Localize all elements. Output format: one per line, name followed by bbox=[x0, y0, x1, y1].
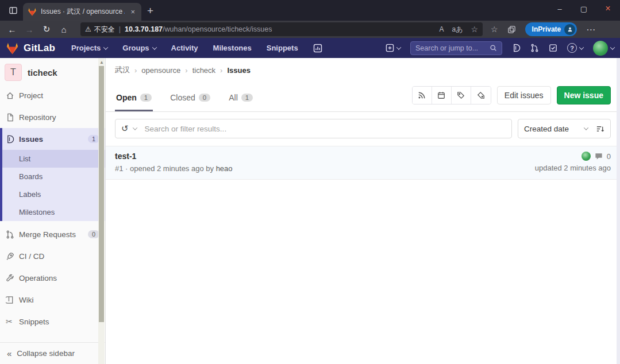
issue-author-link[interactable]: heao bbox=[216, 164, 233, 173]
inprivate-badge[interactable]: InPrivate bbox=[525, 22, 577, 36]
address-bar[interactable]: ⚠ 不安全 | 10.3.70.187/wuhan/opensource/tic… bbox=[80, 22, 483, 36]
calendar-button[interactable] bbox=[432, 87, 452, 104]
user-menu[interactable] bbox=[593, 41, 614, 56]
breadcrumb-project[interactable]: ticheck bbox=[192, 66, 215, 75]
sidebar-item-issues[interactable]: Issues 1 bbox=[2, 128, 105, 150]
sidebar-subitem-list[interactable]: List bbox=[2, 150, 105, 168]
favorites-icon[interactable]: ☆ bbox=[491, 25, 498, 34]
minimize-button[interactable]: – bbox=[548, 0, 572, 17]
sidebar-item-snippets[interactable]: ✂ Snippets bbox=[0, 311, 105, 332]
sidebar-item-repository[interactable]: Repository bbox=[0, 106, 105, 128]
sort-dropdown[interactable]: Created date bbox=[518, 119, 611, 138]
sort-direction-button[interactable] bbox=[596, 125, 604, 133]
tab-all[interactable]: All 1 bbox=[228, 85, 254, 111]
menu-groups[interactable]: Groups bbox=[122, 44, 156, 52]
maximize-button[interactable]: ▢ bbox=[572, 0, 596, 17]
sidebar-subitem-labels[interactable]: Labels bbox=[2, 185, 105, 203]
merge-requests-icon bbox=[6, 230, 14, 239]
global-search[interactable] bbox=[410, 41, 502, 55]
merge-requests-icon[interactable] bbox=[530, 44, 539, 52]
filter-search-box[interactable]: ↺ bbox=[115, 119, 512, 138]
sidebar-item-merge-requests[interactable]: Merge Requests 0 bbox=[0, 223, 105, 245]
sidebar-item-operations[interactable]: Operations bbox=[0, 267, 105, 289]
refresh-icon[interactable]: ↻ bbox=[38, 24, 55, 34]
more-menu-icon[interactable]: ⋯ bbox=[586, 24, 595, 35]
close-button[interactable]: × bbox=[596, 0, 620, 17]
tab-close-icon[interactable]: × bbox=[129, 7, 137, 16]
chevron-down-icon bbox=[396, 45, 401, 49]
read-aloud-icon[interactable]: A bbox=[439, 25, 444, 33]
back-icon[interactable]: ← bbox=[3, 25, 21, 34]
breadcrumb-subgroup[interactable]: opensource bbox=[141, 66, 180, 75]
rss-button[interactable] bbox=[413, 87, 432, 104]
breadcrumb-current: Issues bbox=[227, 66, 250, 75]
label-up-icon bbox=[477, 91, 485, 99]
charts-icon[interactable] bbox=[313, 44, 322, 53]
translate-icon[interactable]: aあ bbox=[452, 25, 463, 34]
todos-icon[interactable] bbox=[549, 44, 557, 52]
profile-avatar bbox=[564, 24, 575, 35]
tab-open[interactable]: Open 1 bbox=[115, 85, 153, 111]
comments-icon bbox=[595, 153, 603, 160]
comment-count: 0 bbox=[607, 152, 611, 161]
add-favorite-icon[interactable]: ☆ bbox=[471, 25, 478, 34]
rss-icon bbox=[418, 91, 426, 99]
label-up-button[interactable] bbox=[471, 87, 491, 104]
menu-projects[interactable]: Projects bbox=[71, 44, 107, 52]
sidebar-item-project[interactable]: Project bbox=[0, 84, 105, 106]
address-bar-actions: A aあ ☆ bbox=[439, 25, 478, 34]
sidebar-issues-section: Issues 1 List Boards Labels Milestones bbox=[0, 128, 105, 221]
toolbar-right: ☆ InPrivate ⋯ bbox=[491, 22, 595, 36]
sidebar-item-cicd[interactable]: CI / CD bbox=[0, 245, 105, 267]
search-input[interactable] bbox=[415, 44, 486, 52]
label-icon bbox=[457, 91, 465, 99]
browser-toolbar: ← → ↻ ⌂ ⚠ 不安全 | 10.3.70.187/wuhan/openso… bbox=[0, 21, 620, 38]
forward-icon[interactable]: → bbox=[21, 25, 38, 34]
new-tab-button[interactable]: + bbox=[147, 5, 153, 17]
issue-updated: updated 2 minutes ago bbox=[535, 164, 611, 172]
home-icon[interactable]: ⌂ bbox=[55, 25, 72, 34]
sidebar-item-wiki[interactable]: Wiki bbox=[0, 289, 105, 311]
menu-snippets[interactable]: Snippets bbox=[267, 44, 298, 52]
filter-input[interactable] bbox=[145, 125, 506, 133]
edit-issues-button[interactable]: Edit issues bbox=[497, 86, 551, 104]
chevron-down-icon[interactable] bbox=[132, 125, 137, 130]
new-issue-button[interactable]: New issue bbox=[557, 86, 611, 104]
issue-title-link[interactable]: test-1 bbox=[115, 152, 535, 161]
project-header[interactable]: T ticheck bbox=[0, 58, 105, 84]
menu-activity[interactable]: Activity bbox=[171, 44, 198, 52]
issues-dashboard-icon[interactable] bbox=[512, 44, 521, 52]
vertical-tabs-button[interactable] bbox=[3, 2, 23, 19]
screen: Issues · 武汉 / opensource / tich × + – ▢ … bbox=[0, 0, 620, 364]
gitlab-brand-name: GitLab bbox=[24, 42, 55, 54]
sidebar-scrollbar-thumb[interactable] bbox=[99, 66, 104, 322]
issue-list-row[interactable]: test-1 #1 · opened 2 minutes ago by heao… bbox=[106, 146, 620, 180]
collections-icon[interactable] bbox=[507, 25, 516, 34]
page-scrollbar[interactable] bbox=[617, 58, 620, 364]
tab-closed[interactable]: Closed 0 bbox=[169, 85, 211, 111]
sidebar-subitem-milestones[interactable]: Milestones bbox=[2, 203, 105, 221]
sidebar-subitem-boards[interactable]: Boards bbox=[2, 168, 105, 185]
sidebar-scrollbar[interactable]: ▲ bbox=[98, 58, 105, 364]
label-button[interactable] bbox=[452, 87, 471, 104]
calendar-icon bbox=[437, 91, 445, 99]
chevron-down-icon bbox=[584, 125, 588, 130]
merge-requests-count-badge: 0 bbox=[88, 230, 99, 238]
page-body: T ticheck Project Repository bbox=[0, 58, 620, 364]
rocket-icon bbox=[6, 252, 14, 261]
breadcrumb-group[interactable]: 武汉 bbox=[115, 65, 130, 75]
new-menu[interactable] bbox=[386, 44, 401, 52]
browser-tab[interactable]: Issues · 武汉 / opensource / tich × bbox=[23, 3, 141, 21]
collapse-sidebar-button[interactable]: « Collapse sidebar bbox=[0, 342, 105, 364]
help-menu[interactable]: ? bbox=[567, 43, 583, 53]
gitlab-navbar: GitLab Projects Groups Activity Mileston… bbox=[0, 38, 620, 58]
gitlab-brand[interactable]: GitLab bbox=[6, 42, 55, 55]
menu-milestones[interactable]: Milestones bbox=[213, 44, 252, 52]
assignee-avatar[interactable] bbox=[582, 152, 591, 161]
security-warning: ⚠ 不安全 bbox=[85, 25, 115, 34]
main-content: 武汉 › opensource › ticheck › Issues Open … bbox=[106, 58, 620, 364]
gitlab-menu: Projects Groups Activity Milestones Snip… bbox=[71, 44, 322, 53]
scroll-up-icon[interactable]: ▲ bbox=[99, 60, 104, 65]
address-separator: | bbox=[119, 25, 121, 33]
recent-searches-icon[interactable]: ↺ bbox=[121, 123, 129, 134]
